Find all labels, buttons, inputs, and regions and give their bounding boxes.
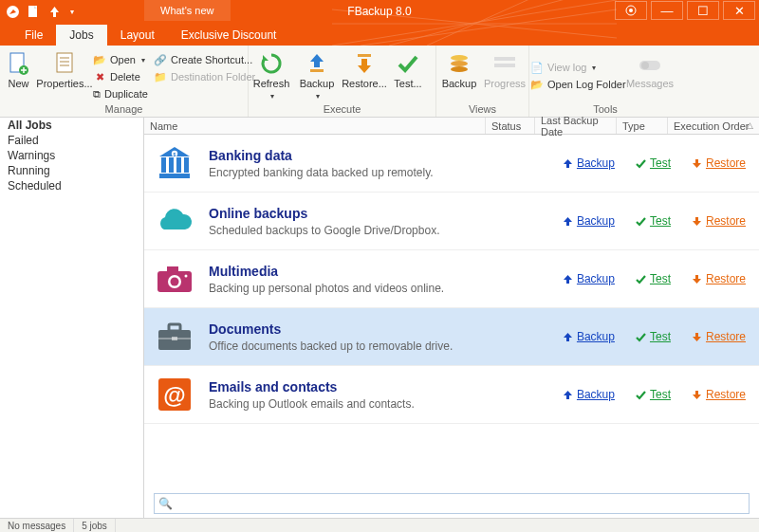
refresh-button[interactable]: Refresh▾ — [249, 49, 294, 102]
views-backup-button[interactable]: Backup — [436, 49, 482, 89]
col-last-backup-date[interactable]: Last Backup Date — [535, 118, 617, 134]
svg-rect-25 — [161, 157, 166, 173]
job-backup-link[interactable]: Backup — [563, 156, 615, 170]
job-backup-link[interactable]: Backup — [563, 330, 615, 343]
job-row[interactable]: MultimediaBacking up personal photos and… — [144, 250, 759, 308]
svg-text:$: $ — [174, 152, 176, 157]
col-type[interactable]: Type — [617, 118, 668, 134]
bank-icon: $ — [154, 144, 195, 182]
down-arrow-icon — [692, 157, 703, 169]
manage-group-label: Manage — [0, 103, 248, 117]
new-button[interactable]: New — [0, 49, 37, 89]
job-restore-link[interactable]: Restore — [692, 156, 746, 170]
sidebar-item-warnings[interactable]: Warnings — [0, 148, 143, 163]
sidebar-item-all-jobs[interactable]: All Jobs — [0, 118, 143, 133]
tab-exclusive-discount[interactable]: Exclusive Discount — [168, 25, 290, 46]
status-messages: No messages — [0, 519, 74, 532]
job-text: MultimediaBacking up personal photos and… — [209, 264, 549, 295]
job-test-link[interactable]: Test — [636, 388, 671, 401]
up-arrow-icon[interactable] — [47, 5, 62, 19]
up-arrow-icon — [563, 273, 574, 284]
progress-icon — [492, 51, 517, 76]
col-execution-order[interactable]: Execution Order△ — [668, 118, 759, 134]
job-test-link[interactable]: Test — [636, 156, 671, 170]
svg-rect-33 — [167, 266, 178, 272]
column-headers: Name Status Last Backup Date Type Execut… — [144, 118, 759, 135]
open-log-folder-button[interactable]: 📂Open Log Folder — [530, 76, 619, 93]
view-log-button[interactable]: 📄View log▾ — [530, 59, 619, 76]
job-restore-link[interactable]: Restore — [692, 272, 746, 285]
app-title: FBackup 8.0 — [347, 5, 411, 18]
svg-rect-16 — [310, 69, 324, 72]
check-icon — [636, 389, 647, 400]
delete-button[interactable]: ✖Delete — [93, 68, 147, 85]
properties-button[interactable]: Properties... — [37, 49, 92, 89]
folder-icon: 📁 — [154, 70, 167, 83]
job-restore-link[interactable]: Restore — [692, 214, 746, 228]
up-arrow-icon — [563, 331, 574, 342]
tab-file[interactable]: File — [11, 25, 56, 46]
job-test-link[interactable]: Test — [636, 214, 671, 228]
statusbar: No messages 5 jobs — [0, 518, 759, 532]
log-folder-icon: 📂 — [530, 78, 544, 91]
job-row[interactable]: @Emails and contactsBacking up Outlook e… — [144, 366, 759, 424]
minimize-button[interactable]: — — [651, 1, 683, 20]
job-description: Scheduled backups to Google Drive/Dropbo… — [209, 224, 549, 237]
job-test-link[interactable]: Test — [636, 330, 671, 343]
restore-button[interactable]: Restore... — [340, 49, 389, 89]
maximize-button[interactable]: ☐ — [687, 1, 719, 20]
tab-layout[interactable]: Layout — [107, 25, 168, 46]
check-icon — [636, 331, 647, 342]
job-title: Multimedia — [209, 264, 549, 279]
window-help-icon[interactable] — [615, 1, 647, 20]
svg-rect-28 — [184, 157, 189, 173]
open-button[interactable]: 📂Open▾ — [93, 51, 147, 68]
sidebar-item-scheduled[interactable]: Scheduled — [0, 178, 143, 193]
job-restore-link[interactable]: Restore — [692, 330, 746, 343]
ribbon-group-views: Backup Progress Views — [436, 46, 529, 117]
close-button[interactable]: ✕ — [723, 1, 755, 20]
job-description: Office documents backed up to removable … — [209, 339, 549, 353]
svg-rect-38 — [169, 324, 180, 331]
messages-button[interactable]: Messages — [624, 49, 676, 89]
new-icon — [7, 51, 31, 76]
duplicate-button[interactable]: ⧉Duplicate — [93, 85, 147, 102]
col-name[interactable]: Name — [144, 118, 486, 134]
views-progress-button[interactable]: Progress — [482, 49, 528, 89]
down-arrow-icon — [692, 273, 703, 284]
create-shortcut-button[interactable]: 🔗Create Shortcut... — [154, 51, 242, 68]
test-button[interactable]: Test... — [389, 49, 427, 89]
job-row[interactable]: Online backupsScheduled backups to Googl… — [144, 193, 759, 250]
job-backup-link[interactable]: Backup — [563, 214, 615, 228]
destination-folder-button[interactable]: 📁Destination Folder — [154, 68, 242, 85]
new-doc-icon[interactable] — [27, 5, 41, 19]
qat-dropdown-icon[interactable]: ▾ — [70, 8, 74, 16]
job-text: Banking dataEncrypted banking data backe… — [209, 148, 549, 179]
job-actions: BackupTestRestore — [563, 156, 746, 170]
up-arrow-icon — [563, 215, 574, 227]
job-row[interactable]: $Banking dataEncrypted banking data back… — [144, 135, 759, 193]
whats-new-tab[interactable]: What's new — [144, 0, 231, 21]
up-arrow-icon — [563, 389, 574, 400]
delete-icon: ✖ — [93, 70, 106, 83]
svg-point-19 — [451, 61, 468, 66]
backup-up-icon — [305, 51, 329, 76]
job-backup-link[interactable]: Backup — [563, 388, 615, 401]
col-status[interactable]: Status — [486, 118, 535, 134]
job-backup-link[interactable]: Backup — [563, 272, 615, 285]
tab-jobs[interactable]: Jobs — [56, 25, 106, 46]
backup-button[interactable]: Backup▾ — [294, 49, 340, 102]
search-input[interactable] — [176, 497, 745, 510]
sidebar-item-running[interactable]: Running — [0, 163, 143, 178]
status-jobs: 5 jobs — [74, 519, 116, 532]
job-row[interactable]: DocumentsOffice documents backed up to r… — [144, 308, 759, 366]
job-title: Emails and contacts — [209, 379, 549, 394]
job-test-link[interactable]: Test — [636, 272, 671, 285]
new-label: New — [8, 78, 28, 89]
job-restore-link[interactable]: Restore — [692, 388, 746, 401]
sidebar-item-failed[interactable]: Failed — [0, 133, 143, 148]
refresh-icon — [259, 51, 284, 76]
menu-tabs: File Jobs Layout Exclusive Discount — [0, 23, 759, 46]
restore-down-icon — [352, 51, 377, 76]
search-bar[interactable]: 🔍 — [154, 493, 750, 514]
